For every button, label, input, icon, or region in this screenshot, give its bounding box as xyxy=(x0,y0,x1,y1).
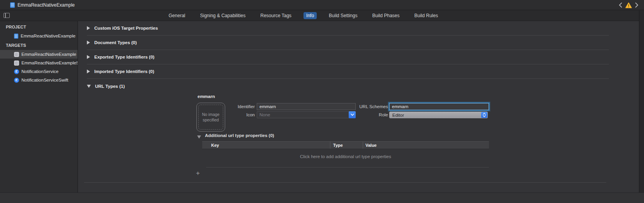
app-target-icon xyxy=(14,52,19,57)
sidebar-item-target-app-2[interactable]: EmmaReactNativeExampleS… xyxy=(0,59,78,67)
section-exported-type-identifiers[interactable]: Exported Type Identifiers (0) xyxy=(87,50,609,64)
icon-combobox[interactable]: None xyxy=(257,111,356,118)
window-titlebar: EmmaReactNativeExample xyxy=(0,0,644,10)
additional-properties-table-header: Key Type Value xyxy=(202,141,489,149)
section-imported-type-identifiers[interactable]: Imported Type Identifiers (0) xyxy=(87,64,609,79)
section-url-types[interactable]: URL Types (1) xyxy=(87,79,609,93)
sidebar-item-target-notification-service[interactable]: E NotificationService xyxy=(0,67,78,76)
app-target-icon xyxy=(14,61,19,66)
extension-target-icon: E xyxy=(14,69,19,74)
targets-section-header: TARGETS xyxy=(0,40,78,50)
disclosure-collapsed-icon[interactable] xyxy=(87,55,90,59)
tab-build-rules[interactable]: Build Rules xyxy=(412,12,441,19)
identifier-field[interactable]: emmarn xyxy=(257,103,356,110)
tab-info[interactable]: Info xyxy=(303,12,317,19)
section-document-types[interactable]: Document Types (0) xyxy=(87,36,609,50)
url-type-entry: emmarn No image specified Identifier emm… xyxy=(78,93,639,183)
project-document-icon xyxy=(10,2,15,8)
project-targets-sidebar: PROJECT EmmaReactNativeExample TARGETS E… xyxy=(0,21,78,192)
window-title: EmmaReactNativeExample xyxy=(18,2,75,8)
role-label: Role xyxy=(345,112,388,117)
project-file-icon xyxy=(14,34,18,39)
editor-tab-bar: General Signing & Capabilities Resource … xyxy=(0,10,644,21)
column-header-key: Key xyxy=(202,142,330,149)
sidebar-item-target-app[interactable]: EmmaReactNativeExample xyxy=(0,50,78,59)
sidebar-item-label: NotificationService xyxy=(21,69,58,74)
disclosure-expanded-icon[interactable] xyxy=(87,85,91,88)
url-schemes-label: URL Schemes xyxy=(345,104,388,109)
sidebar-item-label: EmmaReactNativeExample xyxy=(21,34,76,38)
navigate-back-icon[interactable] xyxy=(619,2,622,8)
disclosure-collapsed-icon[interactable] xyxy=(87,41,90,45)
column-header-value: Value xyxy=(363,142,489,149)
info-editor-pane: Custom iOS Target Properties Document Ty… xyxy=(78,21,644,192)
additional-properties-header[interactable]: Additional url type properties (0) xyxy=(205,133,274,138)
sidebar-item-label: EmmaReactNativeExample xyxy=(21,52,76,57)
project-section-header: PROJECT xyxy=(0,22,78,32)
identifier-label: Identifier xyxy=(212,104,255,109)
chevron-up-down-icon[interactable] xyxy=(481,112,487,118)
icon-label: Icon xyxy=(212,112,255,117)
tab-signing-capabilities[interactable]: Signing & Capabilities xyxy=(197,12,248,19)
column-header-type: Type xyxy=(330,142,363,149)
url-type-name: emmarn xyxy=(198,94,215,99)
tab-resource-tags[interactable]: Resource Tags xyxy=(258,12,294,19)
right-edge-panel xyxy=(639,11,644,192)
add-url-type-button[interactable]: + xyxy=(196,170,200,177)
disclosure-collapsed-icon[interactable] xyxy=(87,26,90,30)
sidebar-item-label: NotificationServiceSwift xyxy=(21,78,68,82)
tab-build-phases[interactable]: Build Phases xyxy=(369,12,402,19)
navigate-forward-icon[interactable] xyxy=(635,2,639,8)
section-custom-ios-target-properties[interactable]: Custom iOS Target Properties xyxy=(87,21,609,36)
add-properties-hint[interactable]: Click here to add additional url type pr… xyxy=(202,154,489,159)
role-popup-button[interactable]: Editor xyxy=(389,112,488,118)
target-settings-tabs: General Signing & Capabilities Resource … xyxy=(0,12,625,19)
disclosure-collapsed-icon[interactable] xyxy=(87,69,90,73)
divider xyxy=(84,182,606,183)
sidebar-item-project[interactable]: EmmaReactNativeExample xyxy=(0,32,78,40)
sidebar-item-target-notification-service-swift[interactable]: E NotificationServiceSwift xyxy=(0,76,78,84)
warning-triangle-icon[interactable] xyxy=(625,2,632,8)
extension-target-icon: E xyxy=(14,78,19,83)
url-schemes-field[interactable]: emmarn xyxy=(389,103,489,110)
bottom-bar xyxy=(0,192,644,203)
tab-build-settings[interactable]: Build Settings xyxy=(326,12,360,19)
divider xyxy=(206,167,489,167)
sidebar-item-label: EmmaReactNativeExampleS… xyxy=(21,61,78,65)
disclosure-expanded-icon[interactable] xyxy=(197,135,201,139)
tab-general[interactable]: General xyxy=(166,12,188,19)
